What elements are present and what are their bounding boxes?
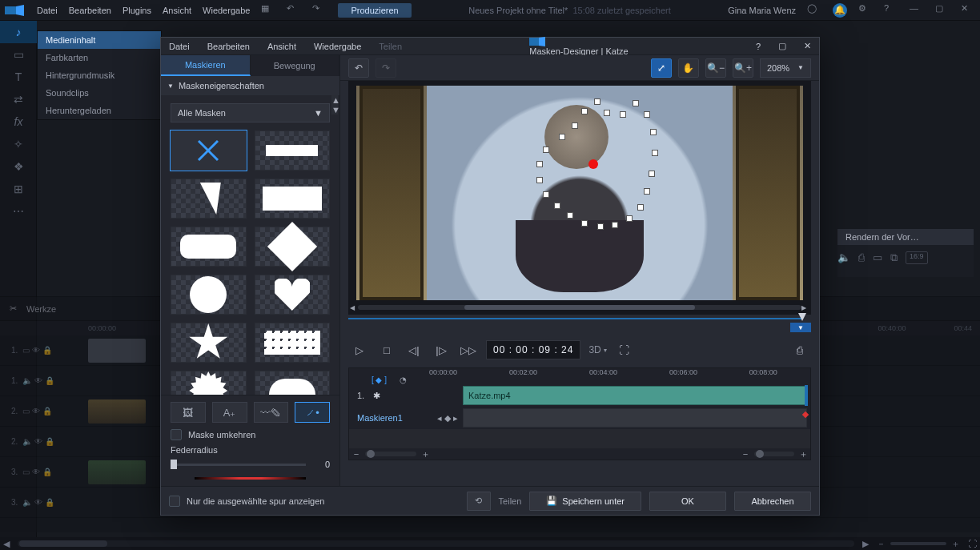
mask-shape-circle[interactable] <box>171 275 247 315</box>
modal-menu-playback[interactable]: Wiedergabe <box>314 42 361 51</box>
produce-button[interactable]: Produzieren <box>338 3 411 18</box>
modal-menu-file[interactable]: Datei <box>169 42 190 51</box>
fullscreen-icon[interactable]: ⛶ <box>615 340 634 359</box>
mask-shape-stamp[interactable] <box>255 323 331 363</box>
keyframe-marker-icon[interactable]: [ ◆ ] <box>372 375 387 384</box>
stop-icon[interactable]: □ <box>377 340 396 359</box>
sidebar-item-downloaded[interactable]: Heruntergeladen <box>38 102 161 119</box>
minimize-icon[interactable]: — <box>910 3 924 18</box>
hand-tool-icon[interactable]: ✋ <box>678 58 699 78</box>
modal-close-icon[interactable]: ✕ <box>804 41 811 51</box>
mask-category-dropdown[interactable]: Alle Masken▼ <box>171 103 330 122</box>
mask-shape-heart[interactable] <box>255 275 331 315</box>
modal-maximize-icon[interactable]: ▢ <box>778 41 786 51</box>
only-selected-track-checkbox[interactable]: Nur die ausgewählte spur anzeigen <box>169 496 324 507</box>
preview-canvas[interactable]: ◀▶ <box>348 81 811 315</box>
modal-help-icon[interactable]: ? <box>756 42 761 51</box>
aspect-ratio-badge[interactable]: 16:9 <box>906 251 928 264</box>
aspect-icon[interactable]: ▭ <box>873 251 882 264</box>
user-avatar-icon[interactable]: ◯ <box>807 3 821 18</box>
zoom-in-icon[interactable]: 🔍+ <box>733 58 753 78</box>
rail-overlay-icon[interactable]: ✧ <box>0 133 37 155</box>
mask-tool-text[interactable]: A₊ <box>212 402 247 423</box>
rail-subtitle-icon[interactable]: ⊞ <box>0 178 37 200</box>
menu-file[interactable]: Datei <box>37 6 58 15</box>
prev-frame-icon[interactable]: ◁| <box>404 340 424 359</box>
tab-motion[interactable]: Bewegung <box>251 55 340 76</box>
zoom-dropdown[interactable]: 208%▼ <box>760 58 811 78</box>
capture-icon[interactable]: ⎙ <box>790 340 809 359</box>
cancel-button[interactable]: Abbrechen <box>734 492 811 511</box>
fast-forward-icon[interactable]: ▷▷ <box>459 340 478 359</box>
rail-fx-icon[interactable]: fx <box>0 110 37 133</box>
mask-tool-brush[interactable]: 〰✎ <box>254 402 289 423</box>
menu-edit[interactable]: Bearbeiten <box>69 6 111 15</box>
mask-keyframe-lane[interactable] <box>463 408 807 428</box>
mask-shape-diamond[interactable] <box>255 227 331 267</box>
sidebar-item-bgmusic[interactable]: Hintergrundmusik <box>38 66 161 84</box>
keyframe-time-icon[interactable]: ◔ <box>400 375 407 384</box>
footer-share-label[interactable]: Teilen <box>499 496 522 506</box>
menu-playback[interactable]: Wiedergabe <box>203 6 250 15</box>
mask-bezier-outline[interactable] <box>535 94 695 254</box>
rail-more-icon[interactable]: ⋯ <box>0 200 37 223</box>
bell-icon[interactable]: 🔔 <box>833 3 847 18</box>
rail-media-icon[interactable]: ♪ <box>0 21 37 43</box>
mask-grid-scrollbar[interactable]: ▲▼ <box>331 95 338 395</box>
open-icon[interactable]: ▦ <box>261 3 275 18</box>
mask-shape-rectangle[interactable] <box>255 179 331 219</box>
sidebar-item-media[interactable]: Medieninhalt <box>38 31 161 49</box>
select-tool-icon[interactable]: ⤢ <box>651 58 672 78</box>
preview-time-slider[interactable] <box>348 315 811 323</box>
feather-slider[interactable] <box>171 464 306 466</box>
sidebar-item-colorboards[interactable]: Farbkarten <box>38 49 161 66</box>
modal-menu-edit[interactable]: Bearbeiten <box>207 42 250 51</box>
invert-mask-checkbox[interactable]: Maske umkehren <box>171 429 330 440</box>
gear-icon[interactable]: ⚙ <box>858 3 873 18</box>
mask-shape-none[interactable] <box>171 130 247 171</box>
popout-icon[interactable]: ⧉ <box>890 251 898 264</box>
mask-timeline-zoom[interactable]: −＋ −＋ <box>349 448 810 460</box>
user-name[interactable]: Gina Maria Wenz <box>728 6 796 15</box>
sidebar-item-soundclips[interactable]: Soundclips <box>38 84 161 102</box>
rail-particle-icon[interactable]: ❖ <box>0 155 37 178</box>
rail-room-icon[interactable]: ▭ <box>0 43 37 66</box>
mask-tool-bezier[interactable]: ⟋• <box>295 402 330 423</box>
zoom-out-icon[interactable]: 🔍− <box>705 58 726 78</box>
mask-shape-rounded-rect[interactable] <box>171 227 247 267</box>
menu-view[interactable]: Ansicht <box>163 6 191 15</box>
next-frame-icon[interactable]: |▷ <box>432 340 451 359</box>
tab-mask[interactable]: Maskieren <box>161 55 251 76</box>
3d-dropdown[interactable]: 3D▾ <box>588 344 606 355</box>
save-as-button[interactable]: 💾Speichern unter <box>529 492 641 511</box>
volume-icon[interactable]: 🔈 <box>837 251 850 264</box>
preview-undo-icon[interactable]: ↶ <box>348 58 369 78</box>
preview-redo-icon[interactable]: ↷ <box>376 58 396 78</box>
menu-plugins[interactable]: Plugins <box>122 6 151 15</box>
timeline-clip-katze[interactable]: Katze.mp4 <box>463 386 807 405</box>
section-mask-properties[interactable]: ▼ Maskeneigenschaften <box>161 76 339 95</box>
modal-menu-view[interactable]: Ansicht <box>267 42 296 51</box>
rail-title-icon[interactable]: T <box>0 66 37 88</box>
close-icon[interactable]: ✕ <box>961 3 975 18</box>
footer-sync-icon[interactable]: ⟲ <box>467 492 491 511</box>
expand-timeline-icon[interactable]: ▼ <box>790 323 811 332</box>
ok-button[interactable]: OK <box>649 492 726 511</box>
undo-icon[interactable]: ↶ <box>287 3 301 18</box>
snapshot-icon[interactable]: ⎙ <box>858 251 865 264</box>
mask-shape-burst[interactable] <box>171 371 247 395</box>
mask-shape-star[interactable] <box>171 323 247 363</box>
help-icon[interactable]: ? <box>884 3 898 18</box>
rail-transition-icon[interactable]: ⇄ <box>0 88 37 110</box>
play-icon[interactable]: ▷ <box>350 340 369 359</box>
cut-icon[interactable]: ✂ <box>10 303 17 314</box>
bottom-scrollbar[interactable]: ◀ ▶ － ＋ ⛶ <box>0 537 980 550</box>
mask-shape-bar[interactable] <box>255 130 331 171</box>
maximize-icon[interactable]: ▢ <box>935 3 950 18</box>
mask-shape-cloud[interactable] <box>255 371 331 395</box>
redo-icon[interactable]: ↷ <box>312 3 327 18</box>
mask-tool-image[interactable]: 🖼 <box>171 402 206 423</box>
preview-horizontal-scrollbar[interactable]: ◀▶ <box>350 303 809 311</box>
render-preview-button[interactable]: Rendern der Vor… <box>837 229 974 245</box>
timecode-display[interactable]: 00 : 00 : 09 : 24 <box>486 340 580 359</box>
